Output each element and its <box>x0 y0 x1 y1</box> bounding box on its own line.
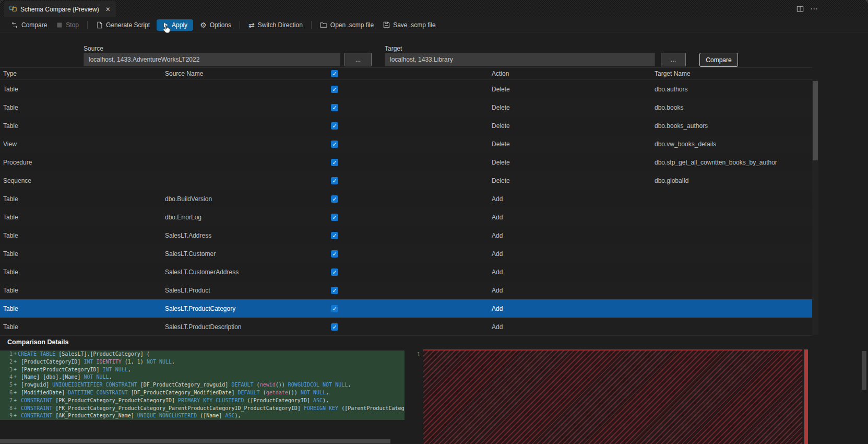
header-action[interactable]: Action <box>489 70 651 77</box>
cell-action: Add <box>489 195 651 203</box>
diff-target-pane: 1 <box>410 348 811 444</box>
schema-diff-grid: Type Source Name ✓ Action Target Name Ta… <box>0 67 812 336</box>
header-target-name[interactable]: Target Name <box>651 70 812 77</box>
toolbar: CompareStopGenerate ScriptApply⚙Options⇄… <box>0 17 868 33</box>
editor-actions: ⋯ <box>796 0 818 17</box>
grid-vertical-scrollbar[interactable] <box>812 79 818 335</box>
schema-compare-icon <box>9 5 17 14</box>
cell-type: Table <box>0 214 162 221</box>
grid-row[interactable]: Table✓Deletedbo.books <box>0 98 812 116</box>
toolbar-generate-script-button[interactable]: Generate Script <box>91 20 154 30</box>
grid-row[interactable]: TableSalesLT.ProductDescription✓Add <box>0 318 812 336</box>
code-line: 9+ CONSTRAINT [AK_ProductCategory_Name] … <box>0 412 405 420</box>
code-line: 5+ [rowguid] UNIQUEIDENTIFIER CONSTRAINT… <box>0 381 405 389</box>
toolbar-save-scmp-button[interactable]: Save .scmp file <box>378 20 440 30</box>
cell-action: Delete <box>489 159 651 166</box>
grid-row[interactable]: Sequence✓Deletedbo.globalId <box>0 171 812 190</box>
grid-row[interactable]: View✓Deletedbo.vw_books_details <box>0 135 812 153</box>
cell-include: ✓ <box>328 86 489 93</box>
compare-button[interactable]: Compare <box>699 53 738 67</box>
open-file-icon <box>320 22 327 28</box>
header-source-name[interactable]: Source Name <box>162 70 328 77</box>
toolbar-switch-direction-button[interactable]: ⇄Switch Direction <box>244 20 307 30</box>
cell-type: Table <box>0 104 162 111</box>
cell-type: View <box>0 141 162 148</box>
row-include-checkbox[interactable]: ✓ <box>331 287 338 294</box>
cell-include: ✓ <box>328 195 489 203</box>
row-include-checkbox[interactable]: ✓ <box>331 305 338 312</box>
cell-include: ✓ <box>328 122 489 130</box>
cell-source-name: dbo.ErrorLog <box>162 214 328 221</box>
toolbar-stop-button[interactable]: Stop <box>52 20 84 30</box>
target-browse-button[interactable]: ... <box>661 53 686 66</box>
switch-direction-icon: ⇄ <box>248 21 255 29</box>
cell-type: Procedure <box>0 159 162 166</box>
source-input[interactable]: localhost, 1433.AdventureWorksLT2022 <box>84 53 340 66</box>
diff-left-vertical-scrollbar[interactable] <box>862 351 866 390</box>
row-include-checkbox[interactable]: ✓ <box>331 195 338 203</box>
toolbar-apply-button[interactable]: Apply <box>157 19 193 31</box>
header-type[interactable]: Type <box>0 70 162 77</box>
cell-include: ✓ <box>328 250 489 258</box>
grid-row[interactable]: Tabledbo.ErrorLog✓Add <box>0 208 812 226</box>
row-include-checkbox[interactable]: ✓ <box>331 268 338 276</box>
row-include-checkbox[interactable]: ✓ <box>331 122 338 130</box>
grid-row[interactable]: TableSalesLT.Product✓Add <box>0 281 812 299</box>
grid-row[interactable]: TableSalesLT.ProductCategory✓Add <box>0 299 812 318</box>
comparison-details-diff: 1+CREATE TABLE [SalesLT].[ProductCategor… <box>0 348 868 444</box>
code-line: 2+ [ProductCategoryID] INT IDENTITY (1, … <box>0 358 405 366</box>
row-include-checkbox[interactable]: ✓ <box>331 323 338 331</box>
cell-action: Add <box>489 323 651 331</box>
save-icon <box>383 21 390 28</box>
target-value: localhost, 1433.Library <box>390 56 453 63</box>
row-include-checkbox[interactable]: ✓ <box>331 177 338 184</box>
code-line: 3+ [ParentProductCategoryID] INT NULL, <box>0 366 405 374</box>
cell-action: Delete <box>489 104 651 111</box>
select-all-checkbox[interactable]: ✓ <box>331 70 338 77</box>
cell-action: Delete <box>489 122 651 130</box>
cell-target-name: dbo.vw_books_details <box>651 141 812 148</box>
grid-row[interactable]: Tabledbo.BuildVersion✓Add <box>0 190 812 208</box>
close-tab-icon[interactable]: ✕ <box>105 6 111 13</box>
row-include-checkbox[interactable]: ✓ <box>331 141 338 148</box>
toolbar-separator <box>240 21 240 29</box>
cell-action: Add <box>489 232 651 239</box>
code-line: 1+CREATE TABLE [SalesLT].[ProductCategor… <box>0 350 405 358</box>
grid-row[interactable]: Table✓Deletedbo.authors <box>0 80 812 98</box>
more-actions-icon[interactable]: ⋯ <box>810 4 818 14</box>
toolbar-open-scmp-button[interactable]: Open .scmp file <box>315 20 378 30</box>
row-include-checkbox[interactable]: ✓ <box>331 104 338 111</box>
target-label: Target <box>385 45 402 52</box>
grid-row[interactable]: Procedure✓Deletedbo.stp_get_all_cowritte… <box>0 153 812 171</box>
grid-row[interactable]: TableSalesLT.CustomerAddress✓Add <box>0 263 812 281</box>
play-icon <box>162 22 169 28</box>
header-include-column: ✓ <box>328 70 489 77</box>
grid-scrollbar-thumb[interactable] <box>813 81 818 160</box>
diff-overview-ruler[interactable] <box>804 349 808 444</box>
cell-source-name: SalesLT.Customer <box>162 250 328 258</box>
row-include-checkbox[interactable]: ✓ <box>331 232 338 239</box>
cell-include: ✓ <box>328 305 489 312</box>
grid-row[interactable]: TableSalesLT.Customer✓Add <box>0 244 812 263</box>
grid-row[interactable]: Table✓Deletedbo.books_authors <box>0 116 812 135</box>
cell-type: Sequence <box>0 177 162 184</box>
diff-left-horizontal-scrollbar[interactable] <box>0 439 390 443</box>
split-editor-icon[interactable] <box>796 5 804 13</box>
schema-compare-window: Schema Compare (Preview) ✕ ⋯ CompareStop… <box>0 0 868 444</box>
row-include-checkbox[interactable]: ✓ <box>331 86 338 93</box>
diff-left-lines: 1+CREATE TABLE [SalesLT].[ProductCategor… <box>0 350 405 420</box>
cell-source-name: SalesLT.ProductDescription <box>162 323 328 331</box>
toolbar-options-button[interactable]: ⚙Options <box>195 20 236 30</box>
code-line: 4+ [Name] [dbo].[Name] NOT NULL, <box>0 373 405 381</box>
target-input[interactable]: localhost, 1433.Library <box>385 53 655 66</box>
row-include-checkbox[interactable]: ✓ <box>331 214 338 221</box>
toolbar-compare-button[interactable]: Compare <box>6 20 52 30</box>
cell-action: Add <box>489 250 651 258</box>
source-browse-button[interactable]: ... <box>344 53 372 66</box>
diff-removed-region <box>423 349 802 444</box>
row-include-checkbox[interactable]: ✓ <box>331 250 338 258</box>
comparison-details-title: Comparison Details <box>7 338 68 346</box>
grid-row[interactable]: TableSalesLT.Address✓Add <box>0 226 812 244</box>
row-include-checkbox[interactable]: ✓ <box>331 159 338 166</box>
tab-schema-compare[interactable]: Schema Compare (Preview) ✕ <box>4 1 116 17</box>
